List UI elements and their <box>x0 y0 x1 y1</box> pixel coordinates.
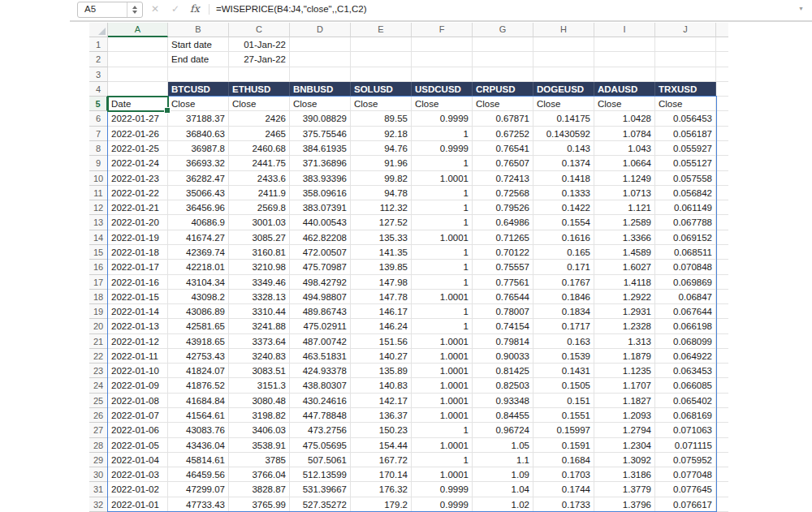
cell-D31[interactable]: 531.39667 <box>290 482 351 497</box>
cell-D5[interactable]: Close <box>290 97 351 111</box>
cell-D9[interactable]: 371.36896 <box>290 156 351 170</box>
cell-B7[interactable]: 36840.63 <box>168 127 229 141</box>
cell-E1[interactable] <box>351 37 412 52</box>
cell-C16[interactable]: 3210.98 <box>229 260 290 274</box>
cell-J30[interactable]: 0.077048 <box>655 467 716 482</box>
cell-B8[interactable]: 36987.8 <box>168 141 229 156</box>
cell-H5[interactable]: Close <box>533 97 594 111</box>
cell-F7[interactable]: 1 <box>412 127 473 141</box>
cell-F22[interactable]: 1.0001 <box>412 349 473 364</box>
cell-E21[interactable]: 151.56 <box>351 334 412 349</box>
cell-H13[interactable]: 0.1554 <box>533 215 594 230</box>
row-header-18[interactable]: 18 <box>89 290 108 304</box>
cell-D26[interactable]: 447.78848 <box>290 408 351 423</box>
cell-G22[interactable]: 0.90033 <box>473 349 533 364</box>
cell-F9[interactable]: 1 <box>412 156 473 170</box>
cell-G1[interactable] <box>473 37 533 52</box>
cell-E9[interactable]: 91.96 <box>351 156 412 170</box>
cell-E18[interactable]: 147.78 <box>351 290 412 304</box>
cell-H21[interactable]: 0.163 <box>533 334 594 349</box>
cell-C25[interactable]: 3080.48 <box>229 394 290 408</box>
cell-E23[interactable]: 135.89 <box>351 364 412 378</box>
cell-D30[interactable]: 512.13599 <box>290 467 351 482</box>
cell-J11[interactable]: 0.056842 <box>655 186 716 200</box>
cell-B15[interactable]: 42369.74 <box>168 245 229 260</box>
insert-function-icon[interactable]: fx <box>190 2 200 15</box>
cell-D12[interactable]: 383.07391 <box>290 200 351 215</box>
cell-I17[interactable]: 1.4118 <box>594 275 655 290</box>
cell-H22[interactable]: 0.1539 <box>533 349 594 364</box>
row-header-24[interactable]: 24 <box>89 378 108 393</box>
cell-J31[interactable]: 0.077645 <box>655 482 716 497</box>
cell-F28[interactable]: 1.0001 <box>412 438 473 453</box>
cell-F29[interactable]: 1 <box>412 453 473 467</box>
cell-F26[interactable]: 1.0001 <box>412 408 473 423</box>
column-header-I[interactable]: I <box>594 23 655 37</box>
cell-I25[interactable]: 1.1827 <box>594 394 655 408</box>
cell-C14[interactable]: 3085.27 <box>229 230 290 245</box>
cell-G14[interactable]: 0.71265 <box>473 230 533 245</box>
cell-J24[interactable]: 0.066085 <box>655 378 716 393</box>
cell-A22[interactable]: 2022-01-11 <box>108 349 168 364</box>
cell-B28[interactable]: 43436.04 <box>168 438 229 453</box>
cell-B17[interactable]: 43104.34 <box>168 275 229 290</box>
cell-F21[interactable]: 1.0001 <box>412 334 473 349</box>
cell-J5[interactable]: Close <box>655 97 716 111</box>
cell-E30[interactable]: 170.14 <box>351 467 412 482</box>
cell-A9[interactable]: 2022-01-24 <box>108 156 168 170</box>
cell-D18[interactable]: 494.98807 <box>290 290 351 304</box>
cell-A18[interactable]: 2022-01-15 <box>108 290 168 304</box>
cell-J6[interactable]: 0.056453 <box>655 111 716 126</box>
cell-J28[interactable]: 0.071115 <box>655 438 716 453</box>
cell-E26[interactable]: 136.37 <box>351 408 412 423</box>
cell-G6[interactable]: 0.67871 <box>473 111 533 126</box>
cell-D25[interactable]: 430.24616 <box>290 394 351 408</box>
cell-J23[interactable]: 0.063453 <box>655 364 716 378</box>
cell-H4[interactable]: DOGEUSD <box>533 82 594 97</box>
cell-E14[interactable]: 135.33 <box>351 230 412 245</box>
cell-A26[interactable]: 2022-01-07 <box>108 408 168 423</box>
cell-A2[interactable] <box>108 52 168 67</box>
column-header-C[interactable]: C <box>229 23 290 37</box>
cell-G2[interactable] <box>473 52 533 67</box>
cell-A29[interactable]: 2022-01-04 <box>108 453 168 467</box>
cell-A14[interactable]: 2022-01-19 <box>108 230 168 245</box>
cell-F17[interactable]: 1 <box>412 275 473 290</box>
cell-F15[interactable]: 1 <box>412 245 473 260</box>
cell-H18[interactable]: 0.1846 <box>533 290 594 304</box>
cell-A4[interactable] <box>108 82 168 97</box>
row-header-26[interactable]: 26 <box>89 408 108 423</box>
cell-I18[interactable]: 1.2922 <box>594 290 655 304</box>
formula-bar-expand-icon[interactable]: ▼ <box>798 6 804 11</box>
cell-D17[interactable]: 498.42792 <box>290 275 351 290</box>
cell-J8[interactable]: 0.055927 <box>655 141 716 156</box>
cell-J26[interactable]: 0.068169 <box>655 408 716 423</box>
cell-J18[interactable]: 0.06847 <box>655 290 716 304</box>
cell-D10[interactable]: 383.93396 <box>290 171 351 186</box>
cell-J9[interactable]: 0.055127 <box>655 156 716 170</box>
cell-I9[interactable]: 1.0664 <box>594 156 655 170</box>
cell-I10[interactable]: 1.1249 <box>594 171 655 186</box>
cell-C23[interactable]: 3083.51 <box>229 364 290 378</box>
cell-C29[interactable]: 3785 <box>229 453 290 467</box>
cell-C8[interactable]: 2460.68 <box>229 141 290 156</box>
cell-F6[interactable]: 0.9999 <box>412 111 473 126</box>
cell-J3[interactable] <box>655 67 716 82</box>
cell-H14[interactable]: 0.1616 <box>533 230 594 245</box>
cell-C1[interactable]: 01-Jan-22 <box>229 37 290 52</box>
row-header-22[interactable]: 22 <box>89 349 108 364</box>
cell-C24[interactable]: 3151.3 <box>229 378 290 393</box>
cell-J22[interactable]: 0.064922 <box>655 349 716 364</box>
cell-F13[interactable]: 1 <box>412 215 473 230</box>
column-header-H[interactable]: H <box>533 23 594 37</box>
cell-B32[interactable]: 47733.43 <box>168 497 229 512</box>
cell-G31[interactable]: 1.04 <box>473 482 533 497</box>
row-header-9[interactable]: 9 <box>89 156 108 170</box>
row-header-31[interactable]: 31 <box>89 482 108 497</box>
cell-E5[interactable]: Close <box>351 97 412 111</box>
cell-B9[interactable]: 36693.32 <box>168 156 229 170</box>
cell-F32[interactable]: 0.9999 <box>412 497 473 512</box>
cell-C27[interactable]: 3406.03 <box>229 423 290 437</box>
cell-F18[interactable]: 1.0001 <box>412 290 473 304</box>
cell-G5[interactable]: Close <box>473 97 533 111</box>
